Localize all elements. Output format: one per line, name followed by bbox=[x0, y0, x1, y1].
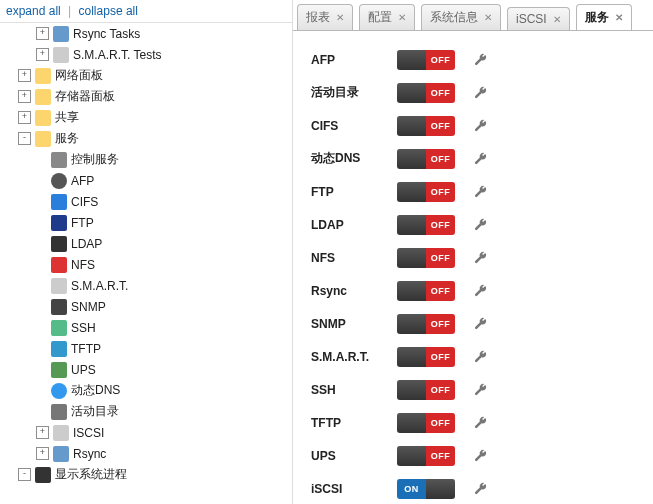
tree-row[interactable]: +存储器面板 bbox=[0, 86, 292, 107]
wrench-icon[interactable] bbox=[473, 52, 489, 68]
tree-row[interactable]: 控制服务 bbox=[0, 149, 292, 170]
tree-node-label[interactable]: AFP bbox=[71, 174, 94, 188]
tree-row[interactable]: +Rsync Tasks bbox=[0, 23, 292, 44]
tree-row[interactable]: +共享 bbox=[0, 107, 292, 128]
wrench-icon[interactable] bbox=[473, 448, 489, 464]
tree-node-label[interactable]: 控制服务 bbox=[71, 151, 119, 168]
expander-spacer bbox=[36, 280, 47, 291]
tree-node-label[interactable]: SSH bbox=[71, 321, 96, 335]
wrench-icon[interactable] bbox=[473, 316, 489, 332]
iscsi-icon bbox=[53, 425, 69, 441]
close-icon[interactable]: ✕ bbox=[615, 12, 623, 23]
tree-node-label[interactable]: FTP bbox=[71, 216, 94, 230]
wrench-icon[interactable] bbox=[473, 250, 489, 266]
nfs-icon bbox=[51, 257, 67, 273]
service-toggle[interactable]: OFF bbox=[397, 314, 455, 334]
folder-icon bbox=[35, 131, 51, 147]
service-toggle[interactable]: OFF bbox=[397, 116, 455, 136]
tree-scroll[interactable]: +Rsync Tasks+S.M.A.R.T. Tests+网络面板+存储器面板… bbox=[0, 23, 292, 504]
tab[interactable]: 服务✕ bbox=[576, 4, 632, 30]
expand-icon[interactable]: + bbox=[18, 111, 31, 124]
service-toggle[interactable]: OFF bbox=[397, 248, 455, 268]
tree-row[interactable]: AFP bbox=[0, 170, 292, 191]
tree-row[interactable]: CIFS bbox=[0, 191, 292, 212]
wrench-icon[interactable] bbox=[473, 283, 489, 299]
service-toggle[interactable]: OFF bbox=[397, 413, 455, 433]
tree-row[interactable]: SNMP bbox=[0, 296, 292, 317]
service-toggle[interactable]: OFF bbox=[397, 281, 455, 301]
expand-all-link[interactable]: expand all bbox=[6, 4, 61, 18]
tab[interactable]: iSCSI✕ bbox=[507, 7, 570, 30]
wrench-icon[interactable] bbox=[473, 85, 489, 101]
tree-row[interactable]: LDAP bbox=[0, 233, 292, 254]
wrench-icon[interactable] bbox=[473, 481, 489, 497]
service-toggle[interactable]: OFF bbox=[397, 446, 455, 466]
service-toggle[interactable]: OFF bbox=[397, 215, 455, 235]
tree-node-label[interactable]: 服务 bbox=[55, 130, 79, 147]
tree-row[interactable]: S.M.A.R.T. bbox=[0, 275, 292, 296]
tree-node-label[interactable]: 显示系统进程 bbox=[55, 466, 127, 483]
tree-row[interactable]: +S.M.A.R.T. Tests bbox=[0, 44, 292, 65]
tabbar: 报表✕配置✕系统信息✕iSCSI✕服务✕ bbox=[293, 0, 653, 30]
expand-icon[interactable]: + bbox=[36, 426, 49, 439]
service-toggle[interactable]: OFF bbox=[397, 149, 455, 169]
tab[interactable]: 配置✕ bbox=[359, 4, 415, 30]
tree-node-label[interactable]: 存储器面板 bbox=[55, 88, 115, 105]
expand-icon[interactable]: + bbox=[36, 27, 49, 40]
tree-node-label[interactable]: 共享 bbox=[55, 109, 79, 126]
close-icon[interactable]: ✕ bbox=[398, 12, 406, 23]
wrench-icon[interactable] bbox=[473, 382, 489, 398]
tree-node-label[interactable]: ISCSI bbox=[73, 426, 104, 440]
tree-row[interactable]: SSH bbox=[0, 317, 292, 338]
tree-row[interactable]: UPS bbox=[0, 359, 292, 380]
tree-node-label[interactable]: NFS bbox=[71, 258, 95, 272]
close-icon[interactable]: ✕ bbox=[336, 12, 344, 23]
expand-icon[interactable]: + bbox=[18, 69, 31, 82]
tree-row[interactable]: +网络面板 bbox=[0, 65, 292, 86]
tree-row[interactable]: 动态DNS bbox=[0, 380, 292, 401]
expand-icon[interactable]: + bbox=[36, 48, 49, 61]
tree-row[interactable]: -显示系统进程 bbox=[0, 464, 292, 485]
tab[interactable]: 系统信息✕ bbox=[421, 4, 501, 30]
wrench-icon[interactable] bbox=[473, 151, 489, 167]
tree-row[interactable]: +ISCSI bbox=[0, 422, 292, 443]
collapse-icon[interactable]: - bbox=[18, 132, 31, 145]
tree-row[interactable]: 活动目录 bbox=[0, 401, 292, 422]
wrench-icon[interactable] bbox=[473, 415, 489, 431]
close-icon[interactable]: ✕ bbox=[484, 12, 492, 23]
tab[interactable]: 报表✕ bbox=[297, 4, 353, 30]
tree-node-label[interactable]: CIFS bbox=[71, 195, 98, 209]
tree-node-label[interactable]: Rsync bbox=[73, 447, 106, 461]
tree-row[interactable]: NFS bbox=[0, 254, 292, 275]
service-toggle[interactable]: OFF bbox=[397, 347, 455, 367]
tree-node-label[interactable]: Rsync Tasks bbox=[73, 27, 140, 41]
wrench-icon[interactable] bbox=[473, 349, 489, 365]
service-toggle[interactable]: ON bbox=[397, 479, 455, 499]
service-toggle[interactable]: OFF bbox=[397, 380, 455, 400]
service-toggle[interactable]: OFF bbox=[397, 182, 455, 202]
tree-node-label[interactable]: 网络面板 bbox=[55, 67, 103, 84]
service-toggle[interactable]: OFF bbox=[397, 50, 455, 70]
wrench-icon[interactable] bbox=[473, 217, 489, 233]
tree-row[interactable]: +Rsync bbox=[0, 443, 292, 464]
close-icon[interactable]: ✕ bbox=[553, 14, 561, 25]
tree-row[interactable]: -服务 bbox=[0, 128, 292, 149]
tree-row[interactable]: TFTP bbox=[0, 338, 292, 359]
collapse-all-link[interactable]: collapse all bbox=[79, 4, 138, 18]
tree-node-label[interactable]: SNMP bbox=[71, 300, 106, 314]
wrench-icon[interactable] bbox=[473, 184, 489, 200]
collapse-icon[interactable]: - bbox=[18, 468, 31, 481]
tree-node-label[interactable]: 动态DNS bbox=[71, 382, 120, 399]
expand-icon[interactable]: + bbox=[18, 90, 31, 103]
service-toggle[interactable]: OFF bbox=[397, 83, 455, 103]
tree-node-label[interactable]: S.M.A.R.T. bbox=[71, 279, 128, 293]
tree-node-label[interactable]: TFTP bbox=[71, 342, 101, 356]
tree-node-label[interactable]: S.M.A.R.T. Tests bbox=[73, 48, 161, 62]
tree-node-label[interactable]: UPS bbox=[71, 363, 96, 377]
expand-icon[interactable]: + bbox=[36, 447, 49, 460]
ad-icon bbox=[51, 404, 67, 420]
tree-row[interactable]: FTP bbox=[0, 212, 292, 233]
tree-node-label[interactable]: 活动目录 bbox=[71, 403, 119, 420]
tree-node-label[interactable]: LDAP bbox=[71, 237, 102, 251]
wrench-icon[interactable] bbox=[473, 118, 489, 134]
